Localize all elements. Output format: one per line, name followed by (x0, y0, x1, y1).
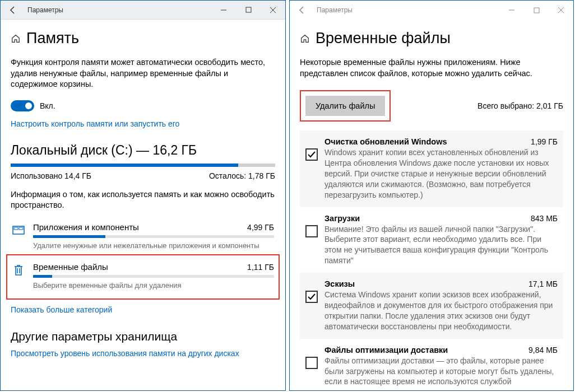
item-title: Очистка обновлений Windows (324, 137, 447, 146)
item-description: Внимание! Это файлы из вашей личной папк… (324, 224, 558, 267)
back-button[interactable] (290, 1, 314, 20)
category-apps[interactable]: Приложения и компоненты 4,99 ГБ Удалите … (11, 220, 275, 254)
other-storage-heading: Другие параметры хранилища (11, 330, 275, 343)
category-sub: Выберите временные файлы для удаления (33, 281, 274, 290)
page-title: Память (26, 30, 79, 47)
item-title: Эскизы (324, 279, 355, 288)
svg-rect-4 (19, 227, 23, 230)
item-size: 843 МБ (531, 214, 558, 223)
checkbox[interactable] (305, 225, 318, 237)
item-description: Windows хранит копии всех установленных … (324, 147, 558, 200)
window-title: Параметры (25, 6, 211, 14)
disk-used-label: Использовано 14,4 ГБ (11, 171, 91, 180)
trash-icon (12, 263, 25, 277)
temp-file-item: Загрузки843 МБВнимание! Это файлы из ваш… (300, 207, 563, 273)
titlebar: Параметры (290, 1, 573, 20)
storage-sense-description: Функция контроля памяти может автоматиче… (11, 57, 275, 90)
temp-file-item: Эскизы17,1 МБСистема Windows хранит копи… (300, 273, 563, 339)
category-name: Временные файлы (33, 262, 108, 272)
temp-file-item: Очистка обновлений Windows1,99 ГБWindows… (300, 130, 563, 207)
apps-icon (12, 223, 25, 237)
window-title: Параметры (314, 6, 499, 14)
category-sub: Удалите ненужные или нежелательные прило… (33, 241, 274, 250)
titlebar: Параметры (1, 1, 285, 20)
svg-rect-3 (14, 227, 18, 230)
checkbox[interactable] (305, 148, 318, 161)
maximize-button[interactable] (236, 1, 261, 20)
configure-storage-sense-link[interactable]: Настроить контроль памяти или запустить … (11, 119, 275, 128)
temp-files-description: Некоторые временные файлы нужны приложен… (300, 57, 563, 79)
svg-rect-1 (246, 7, 251, 12)
settings-window-temporary-files: Параметры Временные файлы Некоторые врем… (289, 0, 574, 391)
minimize-button[interactable] (499, 1, 524, 20)
home-icon[interactable] (11, 34, 21, 44)
view-other-disks-link[interactable]: Просмотреть уровень использования памяти… (11, 349, 275, 358)
category-name: Приложения и компоненты (33, 222, 139, 232)
total-selected-label: Всего выбрано: 2,01 ГБ (477, 101, 563, 110)
category-size: 4,99 ГБ (247, 223, 274, 232)
disk-description: Информация о том, как используется памят… (11, 189, 275, 211)
storage-sense-toggle[interactable] (11, 100, 34, 111)
category-bar (33, 235, 274, 238)
disk-usage-bar (11, 164, 275, 167)
content-area: Временные файлы Некоторые временные файл… (290, 20, 573, 390)
settings-window-storage: Параметры Память Функция контроля памяти… (0, 0, 286, 391)
disk-free-label: Осталось: 1,78 ГБ (209, 171, 275, 180)
back-button[interactable] (1, 1, 25, 20)
item-size: 17,1 МБ (528, 279, 558, 288)
item-description: Файлы оптимизации доставки — это файлы, … (324, 356, 558, 390)
highlight-temporary-files: Временные файлы 1,11 ГБ Выберите временн… (6, 254, 280, 300)
item-title: Загрузки (324, 214, 360, 223)
temp-file-item: Файлы оптимизации доставки9,84 МБФайлы о… (300, 339, 563, 390)
page-title: Временные файлы (316, 30, 451, 47)
show-more-categories-link[interactable]: Показать больше категорий (11, 305, 275, 314)
minimize-button[interactable] (211, 1, 236, 20)
item-size: 9,84 МБ (528, 346, 558, 354)
checkbox[interactable] (305, 291, 318, 303)
category-bar (33, 275, 274, 278)
checkbox[interactable] (305, 357, 318, 369)
maximize-button[interactable] (524, 1, 549, 20)
close-button[interactable] (261, 1, 285, 20)
category-temporary-files[interactable]: Временные файлы 1,11 ГБ Выберите временн… (11, 260, 275, 294)
close-button[interactable] (549, 1, 573, 20)
highlight-delete-button: Удалить файлы (300, 90, 391, 122)
item-title: Файлы оптимизации доставки (324, 346, 448, 354)
item-size: 1,99 ГБ (531, 137, 558, 146)
svg-rect-6 (534, 8, 539, 13)
content-area: Память Функция контроля памяти может авт… (1, 20, 285, 390)
delete-files-button[interactable]: Удалить файлы (305, 96, 385, 116)
toggle-label: Вкл. (40, 101, 55, 110)
category-size: 1,11 ГБ (247, 263, 274, 272)
disk-title: Локальный диск (C:) — 16,2 ГБ (11, 143, 275, 158)
item-description: Система Windows хранит копии эскизов все… (324, 290, 558, 332)
home-icon[interactable] (300, 34, 310, 44)
